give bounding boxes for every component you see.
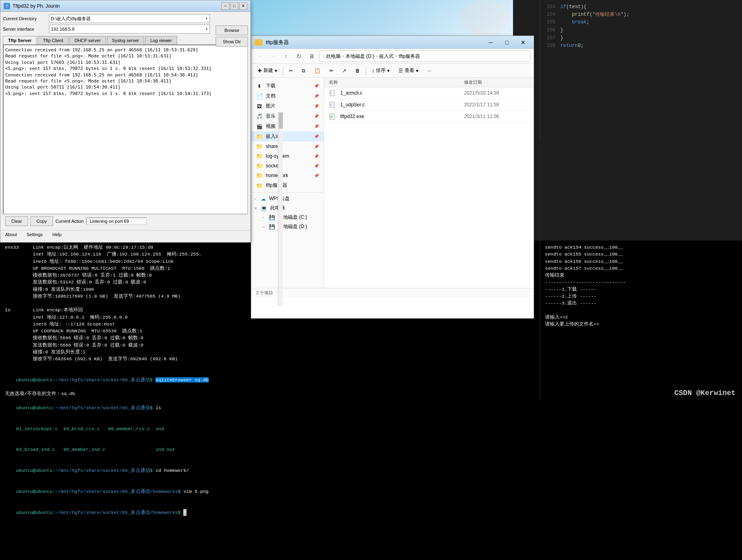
explorer-maximize-button[interactable]: □ [500,37,514,48]
code-line-104: 104 printf("传输结束\n"); [543,11,739,19]
computer-icon: 💻 [261,205,267,211]
collapse-icon: ∨ [254,206,259,210]
sidebar-item-homework[interactable]: 📁 homework 📌 [251,171,324,180]
videos-folder-icon: 🎬 [256,123,263,130]
up-button[interactable]: ↑ [280,51,292,62]
trash-icon: 🗑 [355,68,360,74]
copy-icon: ⧉ [302,68,305,74]
expand-d-icon: ─ [263,225,267,229]
browse-button[interactable]: Browse [216,25,248,35]
sidebar-item-wps[interactable]: › ☁ WPS云盘 [251,194,324,203]
sidebar-item-download[interactable]: ⬇ 下载 📌 [251,81,324,91]
sidebar-item-drive-d[interactable]: ─ 💾 本地磁盘 (D:) [251,222,324,231]
drive-c-icon: 💾 [269,215,275,220]
log-line-4: <5.png>: sent 157 blks, 79872 bytes in 1… [5,66,246,72]
tab-tftp-client[interactable]: Tftp Client [38,36,68,44]
file-row-udpser[interactable]: C 1_udpSer.c 2022/1/17 11:59 [324,99,534,111]
explorer-minimize-button[interactable]: ─ [483,37,498,48]
server-interface-row: Server interface [3,25,210,34]
current-action-value: Listening on port 69 [86,218,147,225]
show-dir-button[interactable]: Show Dir [216,37,248,46]
tab-tftp-server[interactable]: Tftp Server [3,36,37,44]
tftpd-close-button[interactable]: ✕ [239,2,247,10]
copy-button[interactable]: ⧉ [299,66,309,75]
paste-button[interactable]: 📋 [311,66,324,75]
explorer-sidebar: ⬇ 下载 📌 📄 文档 📌 🖼 图片 📌 🎵 音乐 📌 🎬 视频 [251,78,324,288]
file-row-tftpd32[interactable]: EXE tftpd32.exe 2021/3/11 11:06 [324,111,534,123]
rename-button[interactable]: ✏ [326,66,337,75]
sidebar-item-docs[interactable]: 📄 文档 📌 [251,91,324,101]
clear-button[interactable]: Clear [5,216,28,226]
current-dir-input[interactable] [49,14,210,23]
code-line-105: 105 break; [543,19,739,26]
sidebar-item-drive-c[interactable]: › 💾 本地磁盘 (C:) [251,213,324,222]
share-button[interactable]: ↗ [339,66,350,75]
term-ack157: sendto ack157 success__100__ [545,265,737,272]
sidebar-item-log-system[interactable]: 📁 log-system 📌 [251,151,324,161]
explorer-close-button[interactable]: ✕ [516,37,530,48]
term-input-2: 请输入>>2 [545,314,737,321]
tftpd-minimize-button[interactable]: ─ [221,2,229,10]
more-icon: ··· [427,68,431,74]
explorer-window: tftp服务器 ─ □ ✕ ← → ↑ ↻ 🖥 › 此电脑 › 本地磁盘 (D:… [251,36,534,319]
svg-text:C: C [330,104,332,106]
menu-about[interactable]: About [0,231,22,238]
homework-folder-icon: 📁 [256,172,263,179]
sidebar-item-tftp-server[interactable]: 📁 tftp服务器 [251,180,324,190]
log-folder-icon: 📁 [256,153,263,159]
monitor-button[interactable]: 🖥 [306,51,318,62]
term-menu-1: ------1.下载 ------ [545,286,737,293]
term-ack155: sendto ack155 success__100__ [545,251,737,258]
view-chevron-icon: ▾ [416,68,418,74]
server-interface-label: Server interface [3,27,47,32]
new-button[interactable]: ✚ 新建 ▾ [254,66,280,76]
log-area[interactable]: Connection received from 192.168.5.25 on… [3,44,248,214]
file-list: 名称 修改日期 C 1_armcli.c 2021/5/20 14:39 [324,78,534,288]
address-bar[interactable]: › 此电脑 › 本地磁盘 (D:) › 嵌入式 › tftp服务器 [319,51,530,62]
sidebar-item-pictures[interactable]: 🖼 图片 📌 [251,101,324,111]
sidebar-item-this-pc[interactable]: ∨ 💻 此电脑 [251,203,324,213]
code-line-106: 106 } [543,27,739,34]
term-upload-prompt: 请输入要上传的文件名>> [545,321,737,328]
explorer-titlebar: tftp服务器 ─ □ ✕ [251,36,534,49]
tab-syslog-server[interactable]: Syslog server [107,36,144,44]
tftpd-titlebar: T Tftpd32 by Ph. Jounin ─ □ ✕ [0,0,250,12]
menu-settings[interactable]: Settings [22,231,48,238]
tftp-folder-icon: 📁 [256,182,263,189]
cut-button[interactable]: ✂ [286,66,296,75]
server-interface-input[interactable] [49,25,210,34]
menu-help[interactable]: Help [48,231,67,238]
explorer-window-controls: ─ □ ✕ [483,37,530,48]
chevron-icon: ▾ [275,68,277,74]
code-line-108: 108 return 0; [543,42,739,50]
tab-log-viewer[interactable]: Log viewer [145,36,177,44]
term-transfer-done: 传输结束 [545,272,737,279]
sort-button[interactable]: ↕ 排序 ▾ [369,66,393,76]
tftpd-body: Current Directory Server interface Brows… [0,12,250,230]
c-file-icon-2: C [329,101,337,108]
tab-dhcp-server[interactable]: DHCP server [69,36,106,44]
back-button[interactable]: ← [254,51,266,62]
sidebar-item-videos[interactable]: 🎬 视频 📌 [251,121,324,131]
more-button[interactable]: ··· [424,66,435,75]
pin-pictures-icon: 📌 [314,104,319,108]
sidebar-item-music[interactable]: 🎵 音乐 📌 [251,111,324,121]
copy-button-tftpd[interactable]: Copy [30,216,53,226]
log-line-5: Connection received from 192.168.5.25 on… [5,72,246,78]
forward-button[interactable]: → [267,51,279,62]
c-file-icon: C [329,90,337,96]
explorer-title: tftp服务器 [266,39,483,46]
delete-button[interactable]: 🗑 [352,66,363,75]
view-button[interactable]: ☰ 查看 ▾ [395,66,422,76]
sidebar-item-share[interactable]: 📁 share 📌 [251,142,324,151]
sidebar-item-embedded[interactable]: 📁 嵌入式 📌 [251,131,324,142]
svg-point-1 [460,0,509,36]
tftpd-title: Tftpd32 by Ph. Jounin [13,3,221,9]
sidebar-item-socket[interactable]: 📁 socket 📌 [251,161,324,171]
file-row-armcli[interactable]: C 1_armcli.c 2021/5/20 14:39 [324,87,534,99]
term-line-23: 03_broad_snd.c 05_member_snd.c ind.out [5,439,737,460]
tftpd-maximize-button[interactable]: □ [230,2,238,10]
log-line-3: Using local port 57603 [16/11 10:53:31.6… [5,59,246,66]
refresh-button[interactable]: ↻ [293,51,305,62]
log-line-2: Read request for file <5.png>. Mode octe… [5,53,246,59]
